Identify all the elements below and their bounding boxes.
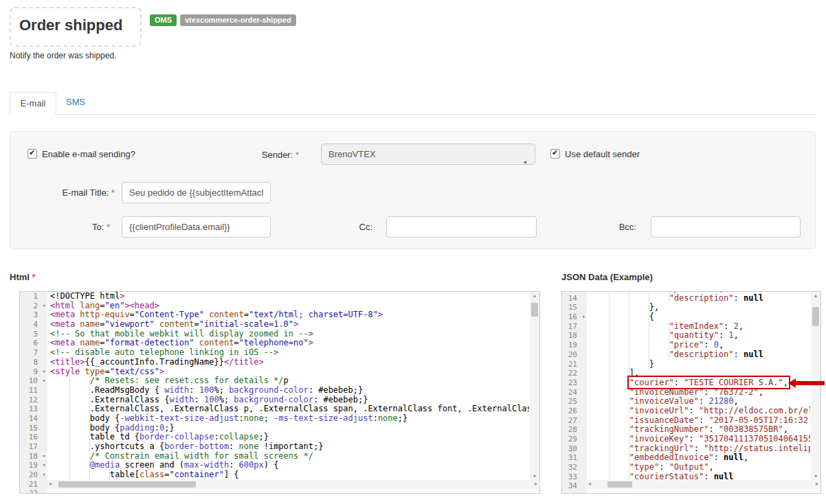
scroll-down-icon[interactable]: ▾ bbox=[811, 473, 821, 479]
gutter-line-number: 16 bbox=[20, 433, 47, 442]
gutter-line-number: 12 bbox=[20, 396, 47, 405]
template-description: Notify the order was shipped. bbox=[10, 51, 116, 60]
code-line: "invoiceUrl": "http://eldoc.com.br/eld bbox=[590, 406, 810, 416]
gutter-line-number: 20▾ bbox=[20, 470, 47, 480]
code-fold-icon[interactable]: ▾ bbox=[43, 452, 46, 461]
code-line: .yshortcuts a {border-bottom: none !impo… bbox=[50, 442, 529, 452]
gutter-line-number: 16▾ bbox=[562, 312, 587, 322]
gutter-line-number: 15 bbox=[562, 303, 587, 312]
sender-select[interactable]: BrenoVTEX▼ bbox=[321, 144, 535, 165]
horizontal-scrollbar[interactable]: ◂▸ bbox=[47, 480, 539, 489]
code-fold-icon[interactable]: ▾ bbox=[43, 301, 46, 311]
code-line: <style type="text/css"> bbox=[50, 367, 529, 377]
oms-badge: OMS bbox=[150, 14, 177, 26]
code-line: "invoiceKey": "35170411137051040641550 bbox=[590, 435, 810, 444]
tab-email[interactable]: E-mail bbox=[10, 92, 56, 115]
scroll-right-icon[interactable]: ▸ bbox=[816, 481, 818, 487]
code-line: "trackingNumber": "003838575BR", bbox=[590, 425, 810, 435]
code-line: "description": null bbox=[590, 350, 810, 360]
gutter-line-number: 15 bbox=[20, 424, 47, 433]
code-line: table[class="container"] { bbox=[50, 470, 529, 480]
bcc-label: Bcc: bbox=[599, 222, 636, 232]
use-default-sender-checkbox[interactable] bbox=[550, 149, 560, 159]
to-input[interactable] bbox=[122, 216, 271, 238]
gutter-line-number: 25 bbox=[562, 397, 587, 406]
gutter-line-number: 23 bbox=[562, 378, 587, 388]
code-fold-icon[interactable]: ▾ bbox=[582, 312, 585, 322]
code-line: /* Constrain email width for small scree… bbox=[50, 452, 529, 461]
gutter-line-number: 7 bbox=[20, 348, 47, 358]
email-title-input[interactable] bbox=[122, 182, 271, 203]
courier-highlight-arrow bbox=[788, 378, 825, 388]
enable-email-label: Enable e-mail sending? bbox=[42, 149, 135, 159]
code-line: }, bbox=[590, 303, 810, 312]
gutter-line-number: 3 bbox=[20, 310, 47, 320]
vertical-scrollbar[interactable]: ▴▾ bbox=[530, 292, 539, 480]
scrollbar-thumb[interactable] bbox=[531, 303, 538, 317]
gutter-line-number: 1 bbox=[20, 292, 47, 301]
horizontal-scrollbar[interactable]: ◂▸ bbox=[587, 480, 820, 489]
scroll-down-icon[interactable]: ▾ bbox=[530, 473, 539, 479]
sender-label: Sender: * bbox=[244, 150, 299, 160]
gutter-line-number: 32 bbox=[562, 463, 587, 472]
gutter-line-number: 2▾ bbox=[20, 301, 47, 311]
code-line: /* Resets: see reset.css for details */p bbox=[50, 376, 529, 386]
code-line: "issuanceDate": "2017-05-05T17:16:32.1 bbox=[590, 416, 810, 426]
gutter-line-number: 14 bbox=[20, 414, 47, 424]
gutter-line-number: 13 bbox=[20, 404, 47, 414]
editor-code-area[interactable]: <!DOCTYPE html><html lang="en"><head><me… bbox=[47, 292, 529, 493]
cc-input[interactable] bbox=[386, 216, 537, 238]
html-editor-label: Html * bbox=[10, 272, 36, 282]
gutter-line-number: 14 bbox=[562, 294, 587, 303]
gutter-line-number: 31 bbox=[562, 453, 587, 463]
gutter-line-number: 17 bbox=[20, 442, 47, 452]
bcc-input[interactable] bbox=[651, 216, 801, 238]
code-line: table td {border-collapse:collapse;} bbox=[50, 433, 529, 442]
gutter-line-number: 26 bbox=[562, 406, 587, 416]
enable-email-checkbox[interactable] bbox=[27, 149, 37, 159]
code-fold-icon[interactable]: ▾ bbox=[43, 470, 46, 480]
code-line: "type": "Output", bbox=[590, 463, 810, 472]
code-line: "itemIndex": 2, bbox=[590, 322, 810, 332]
code-fold-icon[interactable]: ▾ bbox=[43, 367, 46, 377]
scrollbar-thumb[interactable] bbox=[812, 307, 819, 326]
gutter-line-number: 10▾ bbox=[20, 376, 47, 386]
code-line: <title>{{_accountInfo.TradingName}}</tit… bbox=[50, 358, 529, 367]
code-fold-icon[interactable]: ▾ bbox=[43, 376, 46, 386]
scroll-up-icon[interactable]: ▴ bbox=[811, 293, 821, 299]
scroll-left-icon[interactable]: ◂ bbox=[49, 481, 52, 487]
scrollbar-thumb[interactable] bbox=[607, 481, 632, 488]
scrollbar-thumb[interactable] bbox=[58, 481, 196, 488]
chevron-down-icon: ▼ bbox=[523, 152, 528, 172]
code-line: "invoiceNumber": "76372-2", bbox=[590, 388, 810, 398]
gutter-line-number: 11 bbox=[20, 386, 47, 396]
editor-code-area[interactable]: "price": 0, "description": null }, { "it… bbox=[587, 292, 810, 493]
html-code-editor[interactable]: 12▾3456789▾10▾1112131415161718▾19▾20▾212… bbox=[19, 291, 540, 494]
scroll-right-icon[interactable]: ▸ bbox=[535, 481, 537, 487]
required-asterisk: * bbox=[32, 272, 36, 282]
template-id-badge: vtexcommerce-order-shipped bbox=[180, 14, 296, 26]
order-shipped-template-page: Order shipped OMS vtexcommerce-order-shi… bbox=[0, 0, 826, 504]
code-line: "courier": "TESTE COURIER S.A.", bbox=[590, 378, 810, 388]
gutter-line-number: 21 bbox=[562, 360, 587, 369]
gutter-line-number: 27 bbox=[562, 416, 587, 426]
code-fold-icon[interactable]: ▾ bbox=[43, 461, 46, 470]
code-line: .ReadMsgBody { width: 100%; background-c… bbox=[50, 386, 529, 396]
to-label: To: * bbox=[62, 222, 110, 232]
gutter-line-number: 19▾ bbox=[20, 461, 47, 470]
editor-gutter: 12▾3456789▾10▾1112131415161718▾19▾20▾212… bbox=[20, 292, 47, 493]
json-data-editor[interactable]: 13141516▾1718192021222324252627282930313… bbox=[561, 291, 821, 494]
gutter-line-number: 5 bbox=[20, 330, 47, 339]
json-data-label: JSON Data (Example) bbox=[561, 272, 653, 282]
scroll-left-icon[interactable]: ◂ bbox=[588, 481, 591, 487]
tab-sms[interactable]: SMS bbox=[66, 97, 85, 107]
code-line: "invoiceValue": 21280, bbox=[590, 397, 810, 406]
code-line: body {-webkit-text-size-adjust:none; -ms… bbox=[50, 414, 529, 424]
page-title: Order shipped bbox=[19, 16, 122, 34]
scroll-up-icon[interactable]: ▴ bbox=[530, 293, 539, 299]
gutter-line-number: 9▾ bbox=[20, 367, 47, 377]
code-line: .ExternalClass {width: 100%; background-… bbox=[50, 396, 529, 405]
gutter-line-number: 24 bbox=[562, 388, 587, 398]
code-line: body {padding:0;} bbox=[50, 424, 529, 433]
code-line: <meta name="viewport" content="initial-s… bbox=[50, 320, 529, 330]
